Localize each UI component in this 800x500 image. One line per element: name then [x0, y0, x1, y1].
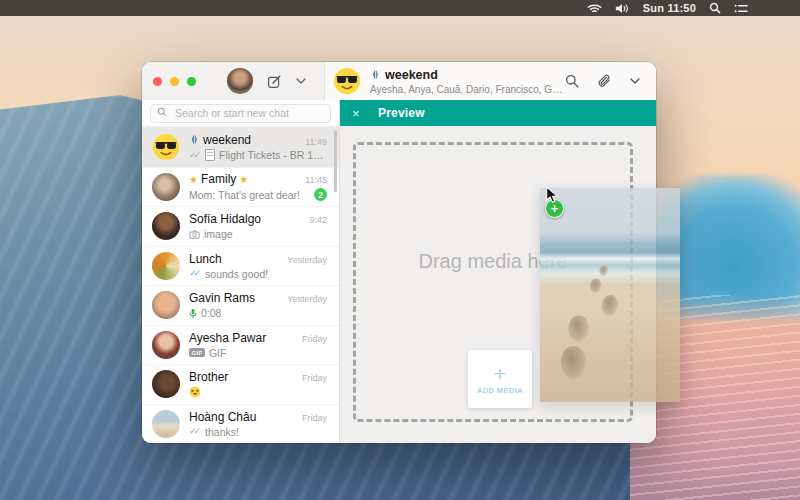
chat-last-message: image	[204, 228, 233, 240]
chat-avatar-photo	[152, 331, 180, 359]
menu-clock[interactable]: Sun 11:50	[643, 2, 696, 14]
chat-last-message: GIF	[209, 347, 227, 359]
sidebar-search-row	[142, 100, 339, 127]
chat-list: weekend 11:49 ✓✓ Flight Tickets - BR 145…	[142, 127, 339, 443]
chat-name-text: Family	[201, 172, 236, 186]
plus-icon: +	[494, 363, 506, 384]
chat-header: weekend Ayesha, Anya, Cauã, Dario, Franc…	[325, 62, 656, 100]
chat-header-text: weekend Ayesha, Anya, Cauã, Dario, Franc…	[370, 68, 565, 95]
chat-header-actions	[565, 74, 640, 88]
search-icon[interactable]	[565, 74, 579, 88]
chat-list-item-gavin[interactable]: Gavin Rams Yesterday 0:08	[142, 285, 339, 325]
compose-new-chat-icon[interactable]	[267, 74, 282, 89]
chat-list-item-family[interactable]: ★ Family ★ 11:45 Mom: That's great dear!…	[142, 167, 339, 207]
search-icon	[157, 107, 167, 117]
chat-name-text: Gavin Rams	[189, 291, 255, 305]
menu-bar: Sun 11:50	[0, 0, 800, 16]
chat-time: Friday	[302, 373, 327, 383]
chat-list-item-ayesha[interactable]: Ayesha Pawar Friday GIF GIF	[142, 325, 339, 365]
preview-title: Preview	[378, 106, 425, 120]
chat-time: 11:45	[305, 175, 327, 185]
camera-icon	[189, 230, 200, 239]
star-icon: ★	[239, 174, 248, 185]
laughing-emoji-icon	[189, 386, 201, 398]
double-check-icon: ✓✓	[189, 151, 198, 160]
attach-paperclip-icon[interactable]	[598, 74, 611, 88]
chat-avatar-photo	[152, 173, 180, 201]
unread-badge: 2	[314, 188, 327, 201]
chat-time: 9:42	[309, 215, 327, 225]
chat-list-item-sofia[interactable]: Sofía Hidalgo 9:42 image	[142, 206, 339, 246]
wifi-icon[interactable]	[587, 3, 602, 14]
chat-avatar-photo	[152, 252, 180, 280]
sidebar-scrollbar[interactable]	[334, 130, 337, 192]
gif-badge-icon: GIF	[189, 348, 205, 357]
chat-time: Yesterday	[287, 255, 327, 265]
chat-name-text: Hoàng Châu	[189, 410, 256, 424]
spotlight-search-icon[interactable]	[709, 2, 721, 14]
chat-last-message: thanks!	[205, 426, 239, 438]
chat-list-item-hoang[interactable]: Hoàng Châu Friday ✓✓ thanks!	[142, 404, 339, 444]
chat-avatar-sunglasses-emoji	[152, 133, 180, 161]
chat-sidebar: weekend 11:49 ✓✓ Flight Tickets - BR 145…	[142, 100, 340, 443]
window-titlebar: weekend Ayesha, Anya, Cauã, Dario, Franc…	[142, 62, 656, 100]
footprint	[568, 315, 591, 343]
chat-avatar-photo	[152, 291, 180, 319]
chat-name-text: Ayesha Pawar	[189, 331, 266, 345]
minimize-window-button[interactable]	[170, 77, 179, 86]
preview-header: × Preview	[340, 100, 656, 126]
chevron-down-icon[interactable]	[296, 78, 306, 84]
chat-name-text: Lunch	[189, 252, 222, 266]
chevron-down-icon[interactable]	[630, 78, 640, 84]
zoom-window-button[interactable]	[187, 77, 196, 86]
add-media-label: ADD MEDIA	[477, 386, 523, 395]
folded-hands-icon	[370, 69, 381, 80]
chat-list-item-brother[interactable]: Brother Friday	[142, 364, 339, 404]
add-media-button[interactable]: + ADD MEDIA	[468, 350, 532, 408]
double-check-blue-icon: ✓✓	[189, 269, 198, 278]
chat-avatar-photo	[152, 410, 180, 438]
chat-last-message: 0:08	[201, 307, 221, 319]
notification-center-icon[interactable]	[734, 3, 748, 14]
profile-avatar[interactable]	[227, 68, 253, 94]
chat-name-text: Brother	[189, 370, 228, 384]
mouse-cursor-icon	[545, 186, 559, 204]
volume-icon[interactable]	[615, 3, 630, 14]
dragged-image-ghost[interactable]	[540, 188, 680, 402]
chat-members: Ayesha, Anya, Cauã, Dario, Francisco, Go…	[370, 84, 565, 95]
chat-name-text: Sofía Hidalgo	[189, 212, 261, 226]
titlebar-sidebar-section	[142, 62, 325, 100]
microphone-icon	[189, 308, 197, 319]
chat-time: Yesterday	[287, 294, 327, 304]
footprint	[600, 266, 609, 277]
chat-avatar-photo	[152, 212, 180, 240]
footprint	[590, 279, 602, 294]
footprint	[600, 294, 619, 318]
chat-last-message: sounds good!	[205, 268, 268, 280]
footprint	[558, 345, 588, 382]
chat-list-item-lunch[interactable]: Lunch Yesterday ✓✓ sounds good!	[142, 246, 339, 286]
group-avatar-sunglasses-emoji[interactable]	[333, 67, 361, 95]
chat-avatar-photo	[152, 370, 180, 398]
close-icon[interactable]: ×	[352, 106, 366, 121]
search-input[interactable]	[150, 104, 331, 123]
chat-time: Friday	[302, 413, 327, 423]
traffic-lights	[153, 77, 196, 86]
chat-time: Friday	[302, 334, 327, 344]
folded-hands-icon	[189, 134, 200, 145]
document-icon	[205, 149, 215, 161]
star-icon: ★	[189, 174, 198, 185]
double-check-icon: ✓✓	[189, 427, 198, 436]
chat-title: weekend	[385, 68, 438, 82]
chat-last-message: Flight Tickets - BR 145.pdf	[219, 149, 327, 161]
chat-time: 11:49	[305, 137, 327, 147]
close-window-button[interactable]	[153, 77, 162, 86]
chat-list-item-weekend[interactable]: weekend 11:49 ✓✓ Flight Tickets - BR 145…	[142, 127, 339, 167]
chat-name-text: weekend	[203, 133, 251, 147]
chat-last-message: Mom: That's great dear!	[189, 189, 300, 201]
